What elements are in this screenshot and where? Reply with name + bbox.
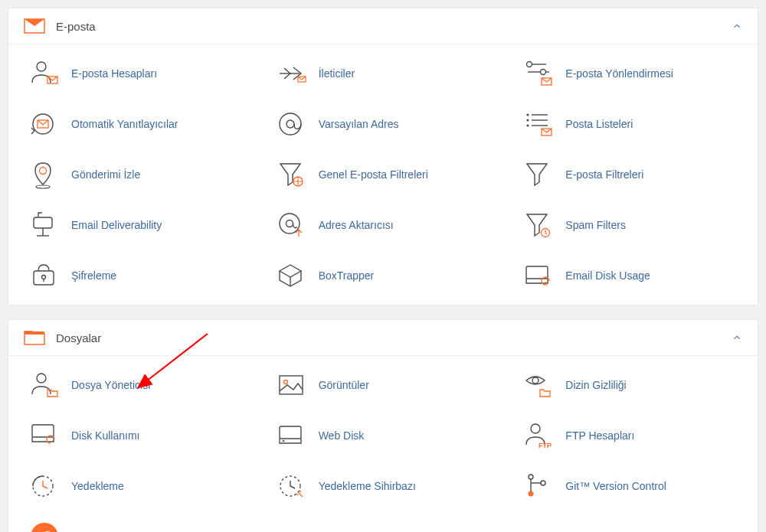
user-folder-icon	[28, 370, 61, 400]
backup-item[interactable]: Yedekleme	[16, 471, 256, 501]
email-accounts-label: E-posta Hesapları	[71, 67, 157, 80]
svg-point-20	[286, 220, 293, 227]
svg-point-15	[40, 168, 47, 175]
svg-point-40	[541, 481, 545, 485]
files-panel-body: Dosya Yöneticisi Görüntüler	[8, 356, 758, 532]
track-delivery-item[interactable]: Gönderimi İzle	[16, 159, 256, 190]
track-delivery-label: Gönderimi İzle	[71, 168, 140, 181]
web-disk-label: Web Disk	[319, 429, 365, 442]
email-routing-label: E-posta Yönlendirmesi	[565, 67, 673, 80]
funnel-globe-icon	[276, 159, 308, 190]
email-disk-usage-label: Email Disk Usage	[565, 269, 650, 282]
disk-clock-icon	[522, 260, 555, 291]
boxtrapper-item[interactable]: BoxTrapper	[264, 260, 503, 291]
at-upload-icon	[276, 210, 308, 240]
svg-point-1	[37, 62, 46, 71]
images-item[interactable]: Görüntüler	[264, 370, 503, 400]
email-filters-label: E-posta Filtreleri	[565, 168, 643, 181]
svg-point-39	[529, 491, 534, 497]
disk-usage-icon	[28, 420, 61, 451]
svg-rect-22	[34, 271, 54, 285]
email-panel-header[interactable]: E-posta	[8, 8, 758, 44]
routing-icon	[522, 58, 555, 89]
box-icon	[276, 260, 308, 291]
at-sign-icon	[276, 109, 308, 139]
global-filters-item[interactable]: Genel E-posta Filtreleri	[264, 159, 503, 190]
svg-point-7	[33, 114, 53, 134]
mailing-lists-item[interactable]: Posta Listeleri	[510, 109, 750, 139]
user-mail-icon	[28, 58, 61, 89]
chevron-up-icon	[732, 21, 742, 31]
files-panel-title: Dosyalar	[56, 331, 732, 344]
svg-point-9	[280, 113, 301, 135]
funnel-clock-icon	[522, 210, 555, 240]
svg-point-5	[541, 70, 546, 75]
files-panel: Dosyalar Dosya Yöneticisi	[8, 319, 758, 532]
svg-point-10	[286, 120, 294, 128]
svg-point-11	[527, 113, 529, 116]
svg-text:FTP: FTP	[538, 442, 552, 449]
default-address-item[interactable]: Varsayılan Adres	[264, 109, 503, 139]
encryption-item[interactable]: Şifreleme	[16, 260, 256, 291]
spam-filters-label: Spam Filters	[565, 219, 626, 231]
backup-wizard-label: Yedekleme Sihirbazı	[319, 480, 416, 492]
jetbackup-item[interactable]: JetBackup 5	[16, 521, 256, 532]
location-pin-icon	[28, 159, 61, 190]
directory-privacy-item[interactable]: Dizin Gizliliği	[510, 370, 750, 400]
forwarders-item[interactable]: İleticiler	[264, 58, 503, 89]
svg-point-27	[37, 374, 46, 383]
svg-point-29	[283, 380, 287, 384]
files-panel-header[interactable]: Dosyalar	[8, 320, 758, 356]
directory-privacy-label: Dizin Gizliliği	[565, 379, 626, 391]
email-panel: E-posta E-posta Hesapları	[8, 8, 758, 305]
ftp-accounts-item[interactable]: FTP FTP Hesapları	[510, 420, 750, 451]
svg-rect-18	[34, 217, 52, 228]
clock-wizard-icon	[276, 471, 308, 501]
email-deliverability-item[interactable]: Email Deliverability	[16, 210, 256, 240]
forwarders-label: İleticiler	[319, 67, 355, 80]
ftp-accounts-label: FTP Hesapları	[565, 429, 634, 442]
email-routing-item[interactable]: E-posta Yönlendirmesi	[510, 58, 750, 89]
boxtrapper-label: BoxTrapper	[319, 269, 375, 282]
forward-arrow-icon	[276, 58, 308, 89]
autoresponders-item[interactable]: Otomatik Yanıtlayıcılar	[16, 109, 256, 139]
file-manager-item[interactable]: Dosya Yöneticisi	[16, 370, 256, 400]
git-label: Git™ Version Control	[565, 480, 666, 492]
svg-point-30	[532, 377, 538, 383]
images-label: Görüntüler	[319, 379, 369, 391]
address-importer-item[interactable]: Adres Aktarıcısı	[264, 210, 503, 240]
address-importer-label: Adres Aktarıcısı	[319, 219, 394, 231]
global-filters-label: Genel E-posta Filtreleri	[319, 168, 428, 181]
disk-usage-label: Disk Kullanımı	[71, 429, 139, 442]
autoresponders-icon	[28, 109, 61, 139]
clock-back-icon	[28, 471, 61, 501]
email-panel-body: E-posta Hesapları İleticiler	[8, 44, 758, 305]
image-icon	[276, 370, 308, 400]
folder-icon	[24, 329, 45, 346]
backup-label: Yedekleme	[71, 480, 124, 492]
backup-wizard-item[interactable]: Yedekleme Sihirbazı	[264, 471, 503, 501]
spam-filters-item[interactable]: Spam Filters	[510, 210, 750, 240]
git-item[interactable]: Git™ Version Control	[510, 471, 750, 501]
svg-point-12	[527, 119, 529, 121]
svg-point-41	[31, 523, 58, 532]
svg-point-19	[280, 214, 300, 233]
web-disk-icon	[276, 420, 308, 451]
envelope-icon	[24, 18, 45, 34]
funnel-icon	[522, 159, 555, 190]
eye-folder-icon	[522, 370, 555, 400]
email-filters-item[interactable]: E-posta Filtreleri	[510, 159, 750, 190]
email-disk-usage-item[interactable]: Email Disk Usage	[510, 260, 750, 291]
disk-usage-item[interactable]: Disk Kullanımı	[16, 420, 256, 451]
svg-rect-26	[25, 331, 44, 335]
lock-icon	[28, 260, 61, 291]
svg-point-4	[527, 62, 532, 67]
ftp-user-icon: FTP	[522, 420, 555, 451]
svg-point-34	[531, 424, 540, 433]
svg-point-33	[282, 440, 283, 442]
web-disk-item[interactable]: Web Disk	[264, 420, 503, 451]
email-panel-title: E-posta	[56, 20, 732, 33]
svg-point-23	[42, 276, 46, 279]
jetbackup-icon	[28, 521, 61, 532]
email-accounts-item[interactable]: E-posta Hesapları	[16, 58, 256, 89]
